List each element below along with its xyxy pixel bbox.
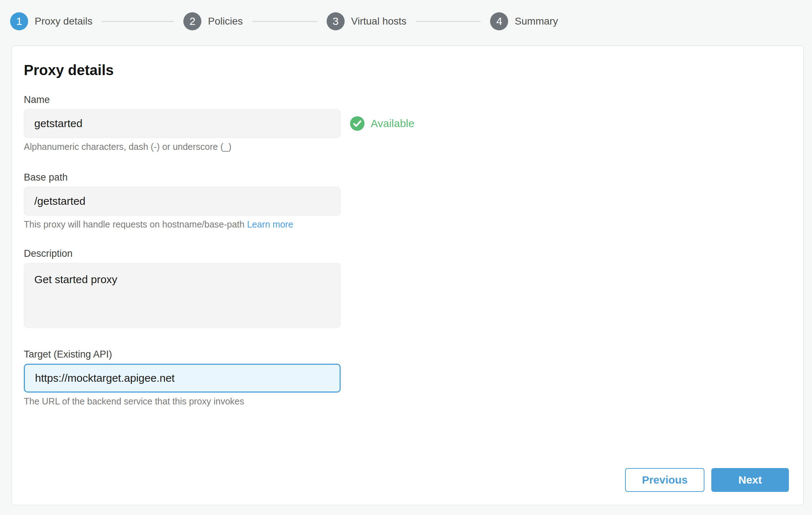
description-field: Description Get started proxy [24, 248, 803, 329]
proxy-details-card: Proxy details Name Available Alphanumeri… [12, 46, 804, 505]
step-1-label: Proxy details [35, 16, 92, 27]
next-button[interactable]: Next [711, 468, 789, 492]
step-3-label: Virtual hosts [351, 16, 407, 27]
step-4-badge: 4 [490, 12, 508, 30]
wizard-stepper: 1 Proxy details 2 Policies 3 Virtual hos… [0, 0, 812, 31]
target-label: Target (Existing API) [24, 349, 803, 360]
step-item-proxy-details[interactable]: 1 Proxy details [10, 12, 92, 30]
step-connector [252, 21, 317, 22]
name-helper-text: Alphanumeric characters, dash (-) or und… [24, 141, 803, 152]
step-1-badge: 1 [10, 12, 28, 30]
step-3-badge: 3 [327, 12, 345, 30]
base-path-helper-text: This proxy will handle requests on hostn… [24, 219, 803, 230]
base-path-helper-body: This proxy will handle requests on hostn… [24, 219, 244, 229]
base-path-input[interactable] [24, 187, 341, 216]
availability-text: Available [371, 117, 414, 130]
target-field: Target (Existing API) The URL of the bac… [24, 349, 803, 407]
step-2-badge: 2 [183, 12, 201, 30]
base-path-label: Base path [24, 172, 803, 183]
name-input[interactable] [24, 109, 341, 138]
step-4-label: Summary [515, 16, 558, 27]
learn-more-link[interactable]: Learn more [247, 219, 293, 229]
step-2-label: Policies [208, 16, 243, 27]
target-helper-text: The URL of the backend service that this… [24, 396, 803, 407]
previous-button[interactable]: Previous [625, 468, 704, 492]
target-input[interactable] [24, 364, 341, 393]
base-path-field: Base path This proxy will handle request… [24, 172, 803, 230]
step-item-summary[interactable]: 4 Summary [490, 12, 558, 30]
name-label: Name [24, 94, 803, 105]
step-item-policies[interactable]: 2 Policies [183, 12, 243, 30]
check-circle-icon [350, 116, 364, 131]
description-textarea[interactable]: Get started proxy [24, 263, 341, 328]
description-label: Description [24, 248, 803, 259]
card-title: Proxy details [24, 62, 803, 78]
name-field: Name Available Alphanumeric characters, … [24, 94, 803, 152]
create-proxy-wizard-page: 1 Proxy details 2 Policies 3 Virtual hos… [0, 0, 812, 31]
step-connector [416, 21, 481, 22]
step-connector [102, 21, 174, 22]
name-availability-status: Available [350, 116, 414, 131]
wizard-actions: Previous Next [625, 468, 789, 492]
step-item-virtual-hosts[interactable]: 3 Virtual hosts [327, 12, 407, 30]
